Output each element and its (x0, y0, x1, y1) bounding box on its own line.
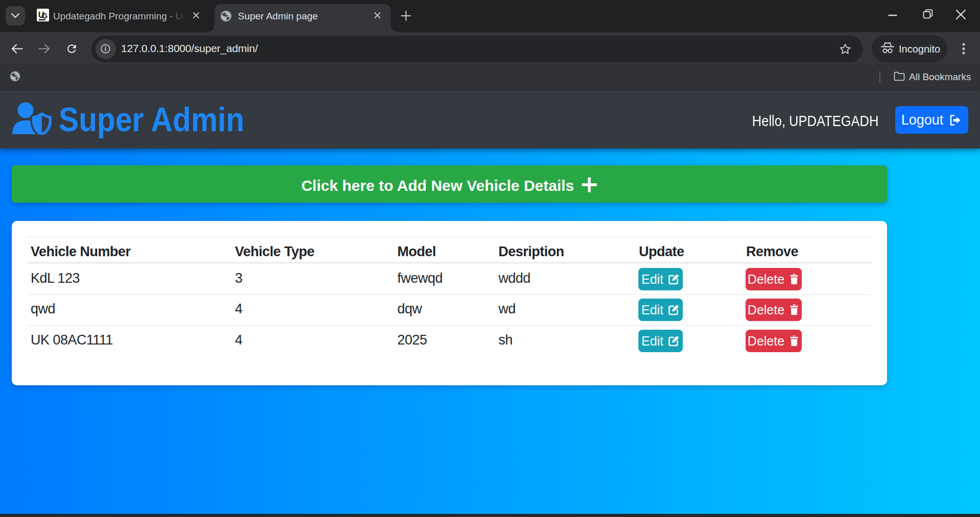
svg-text:G: G (42, 11, 48, 20)
